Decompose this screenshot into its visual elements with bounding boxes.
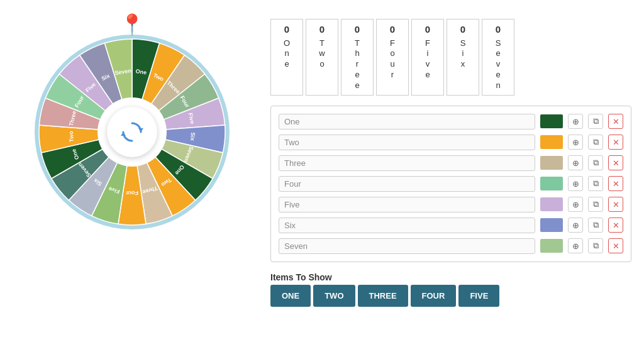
color-swatch[interactable] <box>540 197 563 211</box>
items-to-show-button[interactable]: ONE <box>270 285 311 307</box>
delete-button[interactable]: ✕ <box>608 135 623 150</box>
svg-text:Six: Six <box>189 132 196 141</box>
item-row: ⊕⧉✕ <box>279 176 623 192</box>
wheel-wrapper[interactable]: OneTwoThreeFourFiveSixSevenOneTwoThreeFo… <box>31 31 233 233</box>
items-to-show-section: Items To Show ONETWOTHREEFOURFIVE <box>270 272 631 307</box>
score-cell: 0Three <box>341 19 374 96</box>
item-name-input[interactable] <box>279 135 535 150</box>
svg-marker-24 <box>121 132 126 136</box>
score-cell: 0Four <box>376 19 409 96</box>
item-name-input[interactable] <box>279 114 535 130</box>
svg-text:Two: Two <box>68 131 75 143</box>
move-button[interactable]: ⊕ <box>568 218 583 233</box>
wheel-pin: 📍 <box>119 13 145 36</box>
score-cell: 0Five <box>411 19 444 96</box>
item-name-input[interactable] <box>279 155 535 171</box>
color-swatch[interactable] <box>540 156 563 170</box>
items-buttons: ONETWOTHREEFOURFIVE <box>270 285 631 307</box>
item-name-input[interactable] <box>279 197 535 212</box>
move-button[interactable]: ⊕ <box>568 155 583 170</box>
copy-button[interactable]: ⧉ <box>588 218 603 233</box>
items-to-show-button[interactable]: THREE <box>358 285 408 307</box>
item-name-input[interactable] <box>279 238 535 254</box>
move-button[interactable]: ⊕ <box>568 176 583 191</box>
right-panel: 0One0Two0Three0Four0Five0Six0Seven ⊕⧉✕⊕⧉… <box>270 13 631 307</box>
move-button[interactable]: ⊕ <box>568 114 583 129</box>
item-row: ⊕⧉✕ <box>279 135 623 150</box>
color-swatch[interactable] <box>540 218 563 232</box>
item-row: ⊕⧉✕ <box>279 218 623 233</box>
refresh-icon <box>119 119 145 145</box>
copy-button[interactable]: ⧉ <box>588 238 603 253</box>
score-row: 0One0Two0Three0Four0Five0Six0Seven <box>270 19 631 96</box>
items-to-show-button[interactable]: TWO <box>313 285 355 307</box>
color-swatch[interactable] <box>540 135 563 149</box>
wheel-container: 📍 OneTwoThreeFourFiveSixSevenOneTwoThree… <box>13 13 252 233</box>
item-name-input[interactable] <box>279 218 535 233</box>
score-cell: 0Seven <box>482 19 514 96</box>
items-to-show-button[interactable]: FIVE <box>458 285 499 307</box>
items-to-show-button[interactable]: FOUR <box>411 285 457 307</box>
items-to-show-label: Items To Show <box>270 272 631 282</box>
score-cell: 0One <box>270 19 303 96</box>
item-name-input[interactable] <box>279 176 535 192</box>
copy-button[interactable]: ⧉ <box>588 155 603 170</box>
item-row: ⊕⧉✕ <box>279 114 623 130</box>
delete-button[interactable]: ✕ <box>608 155 623 170</box>
copy-button[interactable]: ⧉ <box>588 197 603 212</box>
copy-button[interactable]: ⧉ <box>588 135 603 150</box>
move-button[interactable]: ⊕ <box>568 238 583 253</box>
item-row: ⊕⧉✕ <box>279 197 623 212</box>
item-row: ⊕⧉✕ <box>279 155 623 171</box>
delete-button[interactable]: ✕ <box>608 238 623 253</box>
score-cell: 0Two <box>306 19 338 96</box>
svg-marker-23 <box>138 128 143 132</box>
move-button[interactable]: ⊕ <box>568 135 583 150</box>
delete-button[interactable]: ✕ <box>608 197 623 212</box>
color-swatch[interactable] <box>540 239 563 253</box>
items-editor: ⊕⧉✕⊕⧉✕⊕⧉✕⊕⧉✕⊕⧉✕⊕⧉✕⊕⧉✕ <box>270 106 631 262</box>
delete-button[interactable]: ✕ <box>608 218 623 233</box>
copy-button[interactable]: ⧉ <box>588 114 603 129</box>
wheel-center[interactable] <box>107 107 157 157</box>
color-swatch[interactable] <box>540 177 563 190</box>
delete-button[interactable]: ✕ <box>608 114 623 129</box>
copy-button[interactable]: ⧉ <box>588 176 603 191</box>
color-swatch[interactable] <box>540 114 563 128</box>
score-cell: 0Six <box>447 19 479 96</box>
move-button[interactable]: ⊕ <box>568 197 583 212</box>
delete-button[interactable]: ✕ <box>608 176 623 191</box>
svg-text:Four: Four <box>126 190 138 196</box>
item-row: ⊕⧉✕ <box>279 238 623 254</box>
